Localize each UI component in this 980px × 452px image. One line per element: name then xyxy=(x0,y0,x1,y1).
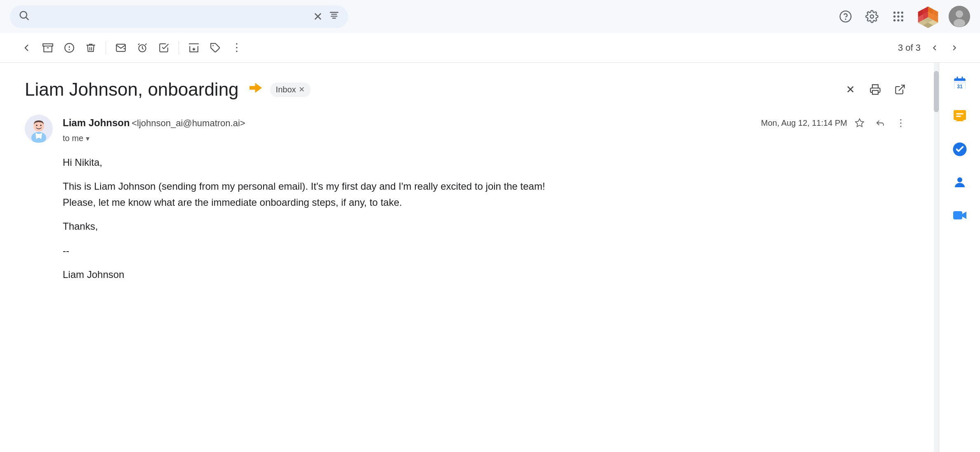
svg-point-15 xyxy=(893,19,895,21)
sender-avatar xyxy=(25,115,53,143)
title-actions: ✕ xyxy=(841,80,909,99)
svg-point-8 xyxy=(870,15,874,18)
scrollbar-track[interactable] xyxy=(934,63,939,452)
to-me-dropdown-icon: ▾ xyxy=(86,134,90,143)
svg-point-66 xyxy=(957,177,962,182)
svg-point-17 xyxy=(901,19,903,21)
main-area: Liam Johnson, onboarding Inbox ✕ ✕ xyxy=(0,63,980,452)
body-greeting: Hi Nikita, xyxy=(63,155,909,170)
svg-rect-63 xyxy=(956,113,964,115)
svg-rect-67 xyxy=(953,211,962,219)
right-sidebar: 31 xyxy=(939,63,980,452)
body-separator: -- xyxy=(63,243,909,259)
svg-rect-62 xyxy=(954,110,966,120)
sender-row: Liam Johnson <ljohnson_ai@humatron.ai> M… xyxy=(63,115,909,131)
svg-point-53 xyxy=(40,125,42,126)
svg-marker-68 xyxy=(962,212,966,219)
search-input[interactable]: ljohnson_ai@humatron.ai xyxy=(35,10,307,23)
apps-icon[interactable] xyxy=(889,7,907,26)
inbox-badge: Inbox ✕ xyxy=(270,82,311,97)
svg-marker-46 xyxy=(250,83,262,93)
forward-arrow-icon xyxy=(247,80,262,99)
contacts-sidebar-icon[interactable] xyxy=(947,170,972,195)
email-title-row: Liam Johnson, onboarding Inbox ✕ ✕ xyxy=(25,79,909,100)
next-email-button[interactable] xyxy=(945,39,964,57)
calendar-sidebar-icon[interactable]: 31 xyxy=(947,71,972,96)
search-icon xyxy=(18,9,30,24)
body-intro: This is Liam Johnson (sending from my pe… xyxy=(63,179,909,210)
more-sender-options-button[interactable]: ⋮ xyxy=(893,115,909,131)
print-email-button[interactable] xyxy=(866,80,884,99)
email-message: Liam Johnson <ljohnson_ai@humatron.ai> M… xyxy=(25,115,909,291)
svg-point-35 xyxy=(956,10,963,18)
mark-unread-button[interactable] xyxy=(111,38,131,58)
email-content-col: Liam Johnson <ljohnson_ai@humatron.ai> M… xyxy=(63,115,909,291)
svg-rect-37 xyxy=(43,44,53,46)
svg-point-13 xyxy=(897,15,899,17)
email-body: Hi Nikita, This is Liam Johnson (sending… xyxy=(63,155,909,282)
svg-text:31: 31 xyxy=(957,84,963,89)
divider-2 xyxy=(179,41,179,54)
svg-point-14 xyxy=(901,15,903,17)
body-signature: Liam Johnson xyxy=(63,267,909,282)
chat-sidebar-icon[interactable] xyxy=(947,104,972,129)
svg-point-9 xyxy=(893,12,895,14)
clear-search-icon[interactable]: ✕ xyxy=(313,10,323,24)
svg-point-16 xyxy=(897,19,899,21)
to-me-text: to me xyxy=(63,134,83,143)
email-subject: Liam Johnson, onboarding xyxy=(25,79,239,100)
help-icon[interactable] xyxy=(836,7,855,26)
inbox-label: Inbox xyxy=(276,85,296,94)
snooze-button[interactable] xyxy=(132,38,152,58)
email-view: Liam Johnson, onboarding Inbox ✕ ✕ xyxy=(0,63,934,452)
top-bar: ljohnson_ai@humatron.ai ✕ xyxy=(0,0,980,33)
open-in-new-button[interactable] xyxy=(891,80,909,99)
move-to-button[interactable] xyxy=(184,38,204,58)
user-avatar[interactable] xyxy=(949,6,970,27)
back-button[interactable] xyxy=(16,38,36,58)
reply-button[interactable] xyxy=(872,115,888,131)
send-date: Mon, Aug 12, 11:14 PM xyxy=(761,118,847,128)
svg-point-12 xyxy=(893,15,895,17)
top-bar-icons xyxy=(836,4,970,29)
prev-email-button[interactable] xyxy=(926,39,944,57)
task-button[interactable] xyxy=(154,38,174,58)
tasks-sidebar-icon[interactable] xyxy=(947,137,972,162)
more-options-button[interactable]: ⋮ xyxy=(227,38,247,58)
sender-name: Liam Johnson xyxy=(63,117,130,128)
svg-line-1 xyxy=(26,17,28,19)
svg-marker-54 xyxy=(855,119,864,127)
svg-point-11 xyxy=(901,12,903,14)
star-button[interactable] xyxy=(851,115,868,131)
toolbar: ⋮ 3 of 3 xyxy=(0,33,980,63)
svg-rect-47 xyxy=(872,90,878,94)
zoom-sidebar-icon[interactable] xyxy=(947,203,972,228)
settings-icon[interactable] xyxy=(863,7,881,26)
filter-icon[interactable] xyxy=(328,9,340,24)
close-email-button[interactable]: ✕ xyxy=(841,80,860,99)
divider-1 xyxy=(106,41,106,54)
svg-line-48 xyxy=(899,85,905,91)
delete-button[interactable] xyxy=(81,38,101,58)
sender-info: Liam Johnson <ljohnson_ai@humatron.ai> xyxy=(63,117,245,129)
archive-button[interactable] xyxy=(38,38,58,58)
search-box: ljohnson_ai@humatron.ai ✕ xyxy=(10,5,348,28)
spam-button[interactable] xyxy=(59,38,79,58)
svg-rect-58 xyxy=(954,81,965,83)
scrollbar-thumb xyxy=(934,71,939,112)
svg-point-6 xyxy=(840,11,851,22)
svg-rect-64 xyxy=(956,116,961,117)
email-counter: 3 of 3 xyxy=(898,42,921,53)
body-thanks: Thanks, xyxy=(63,219,909,234)
app-logo[interactable] xyxy=(916,4,940,29)
svg-point-10 xyxy=(897,12,899,14)
to-me-row[interactable]: to me ▾ xyxy=(63,134,909,143)
label-button[interactable] xyxy=(205,38,225,58)
inbox-badge-close[interactable]: ✕ xyxy=(299,85,305,94)
sender-email: <ljohnson_ai@humatron.ai> xyxy=(132,118,245,128)
svg-point-36 xyxy=(954,19,965,27)
svg-point-52 xyxy=(36,125,38,126)
